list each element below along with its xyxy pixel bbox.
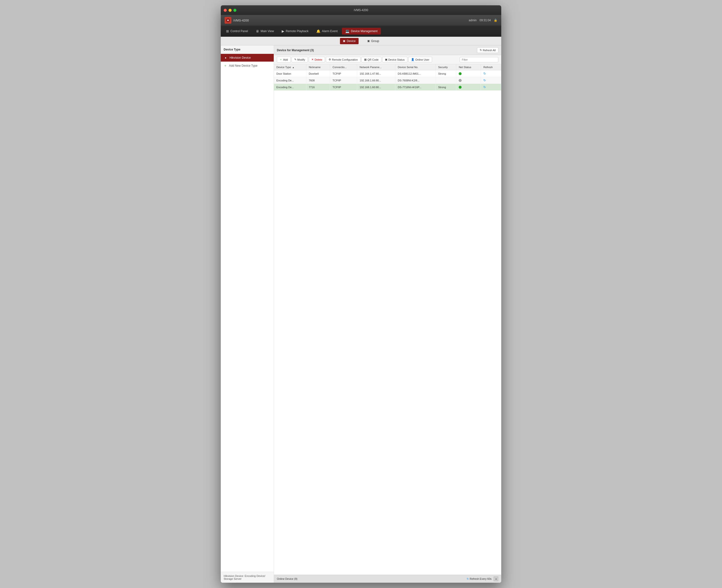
online-user-button[interactable]: 👤 Online User (408, 57, 432, 62)
subnav-device-label: Device (347, 39, 356, 43)
cell-serial: DS-7608NI-K2/8... (395, 77, 436, 84)
table-row[interactable]: Door Station Doorbell TCP/IP 192.168.1.4… (274, 70, 501, 77)
refresh-every-label: Refresh Every 60s (470, 578, 492, 580)
nav-item-alarm-event[interactable]: 🔔 Alarm Event (313, 28, 341, 35)
cell-security: Strong (436, 84, 456, 90)
refresh-every-button[interactable]: ↻ Refresh Every 60s (467, 578, 492, 581)
modify-button[interactable]: ✎ Modify (292, 57, 308, 62)
traffic-lights (224, 9, 237, 12)
refresh-row-icon[interactable]: ↻ (483, 72, 486, 76)
refresh-all-label: Refresh All (483, 49, 496, 52)
subnav-device[interactable]: ▣ Device (340, 38, 359, 44)
table-header-row: Device Type ▲ Nickname Connectio... Netw… (274, 64, 501, 70)
delete-button[interactable]: ✕ Delete (309, 57, 325, 62)
device-sub-icon: ▣ (343, 39, 345, 43)
refresh-all-button[interactable]: ↻ Refresh All (477, 47, 498, 53)
remote-config-label: Remote Configuration (332, 58, 358, 61)
online-user-icon: 👤 (411, 58, 415, 61)
nav-item-remote-playback[interactable]: ▶ Remote Playback (278, 28, 312, 35)
add-icon: ＋ (224, 64, 227, 68)
col-serial[interactable]: Device Serial No. (395, 64, 436, 70)
device-mgmt-header: Device for Management (3) ↻ Refresh All (274, 45, 501, 55)
expand-icon: ∧ (495, 578, 497, 580)
subnav-group-label: Group (371, 39, 379, 43)
username: admin (469, 19, 477, 22)
cell-network: 192.168.1.60:80... (357, 84, 395, 90)
nav-label-main-view: Main View (261, 29, 274, 33)
col-device-type[interactable]: Device Type ▲ (274, 64, 306, 70)
col-network[interactable]: Network Parame... (357, 64, 395, 70)
add-device-type-label: Add New Device Type (229, 64, 258, 67)
col-security[interactable]: Security (436, 64, 456, 70)
cell-serial: DS-7716NI-I4/16P... (395, 84, 436, 90)
cell-nickname: Doorbell (306, 70, 330, 77)
col-device-type-label: Device Type (276, 66, 291, 69)
menu-bar-right: admin 09:31:04 🔒 (469, 19, 497, 22)
modify-label: Modify (297, 58, 305, 61)
maximize-button[interactable] (233, 9, 237, 12)
app-name: iVMS-4200 (233, 19, 249, 22)
close-button[interactable] (224, 9, 227, 12)
main-view-icon: 🖥 (256, 29, 259, 33)
add-button[interactable]: ＋ Add (277, 57, 290, 63)
cell-network: 192.168.1.47:80... (357, 70, 395, 77)
sort-arrow: ▲ (292, 66, 294, 69)
nav-label-device-management: Device Management (351, 29, 378, 33)
col-network-label: Network Parame... (360, 66, 382, 69)
hikvision-label: Hikvision Device (229, 56, 251, 59)
nav-label-alarm-event: Alarm Event (322, 29, 338, 33)
device-status-label: Device Status (388, 58, 405, 61)
nav-bar: ⊞ Control Panel 🖥 Main View ▶ Remote Pla… (221, 26, 501, 37)
qr-code-button[interactable]: ▦ QR Code (361, 57, 381, 62)
refresh-all-icon: ↻ (480, 48, 482, 52)
alarm-event-icon: 🔔 (316, 29, 320, 33)
table-row[interactable]: Encoding De... 7716 TCP/IP 192.168.1.60:… (274, 84, 501, 90)
refresh-row-icon[interactable]: ↻ (483, 85, 486, 89)
nav-item-device-management[interactable]: 💻 Device Management (342, 28, 381, 35)
nav-item-control-panel[interactable]: ⊞ Control Panel (223, 28, 252, 35)
sidebar-item-hikvision[interactable]: ● Hikvision Device (221, 54, 274, 62)
sub-nav: ▣ Device ▣ Group (221, 37, 501, 45)
toolbar: ＋ Add ✎ Modify ✕ Delete ⚙ Remote Configu… (274, 55, 501, 64)
col-net-status[interactable]: Net Status (456, 64, 481, 70)
filter-input[interactable] (460, 57, 498, 62)
add-icon-btn: ＋ (280, 58, 282, 61)
lock-icon: 🔒 (494, 19, 497, 22)
nav-label-control-panel: Control Panel (230, 29, 248, 33)
delete-icon: ✕ (312, 58, 314, 61)
sidebar-add-device-type[interactable]: ＋ Add New Device Type (221, 62, 274, 70)
col-nickname[interactable]: Nickname (306, 64, 330, 70)
col-connection[interactable]: Connectio... (330, 64, 357, 70)
sidebar-footer: Hikvision Device: Encoding Device/ Stora… (221, 572, 274, 583)
cell-refresh: ↻ (481, 70, 501, 77)
table-row[interactable]: Encoding De... 7608 TCP/IP 192.168.1.66:… (274, 77, 501, 84)
remote-playback-icon: ▶ (282, 29, 284, 33)
cell-device-type: Encoding De... (274, 77, 306, 84)
hikvision-icon: ● (224, 56, 227, 60)
control-panel-icon: ⊞ (226, 29, 229, 33)
cell-connection: TCP/IP (330, 77, 357, 84)
devices-table: Device Type ▲ Nickname Connectio... Netw… (274, 64, 501, 90)
online-device-count: Online Device (9) (277, 578, 297, 580)
subnav-group[interactable]: ▣ Group (364, 38, 382, 44)
sidebar-header: Device Type (221, 45, 274, 54)
online-user-label: Online User (415, 58, 429, 61)
nav-label-remote-playback: Remote Playback (286, 29, 308, 33)
cell-security (436, 77, 456, 84)
cell-net-status (456, 84, 481, 90)
col-serial-label: Device Serial No. (398, 66, 418, 69)
qr-code-icon: ▦ (364, 58, 366, 61)
device-management-icon: 💻 (345, 29, 349, 33)
col-refresh[interactable]: Refresh (481, 64, 501, 70)
status-dot (459, 79, 462, 82)
window-title: iVMS-4200 (354, 8, 368, 12)
remote-config-button[interactable]: ⚙ Remote Configuration (326, 57, 361, 62)
nav-item-main-view[interactable]: 🖥 Main View (253, 28, 277, 35)
device-status-button[interactable]: ▣ Device Status (382, 57, 407, 62)
col-refresh-label: Refresh (483, 66, 493, 69)
refresh-row-icon[interactable]: ↻ (483, 79, 486, 82)
expand-button[interactable]: ∧ (494, 576, 498, 581)
minimize-button[interactable] (228, 9, 232, 12)
cell-nickname: 7608 (306, 77, 330, 84)
right-panel: Device for Management (3) ↻ Refresh All … (274, 45, 501, 583)
